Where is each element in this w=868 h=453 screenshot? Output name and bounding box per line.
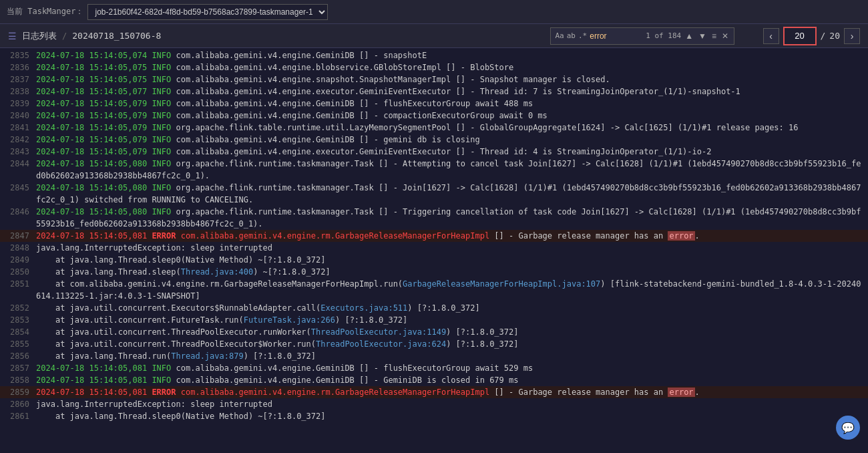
line-content: 2024-07-18 15:14:05,080 INFO org.apache.… [36, 182, 863, 206]
table-row: 2852 at java.util.concurrent.Executors$R… [0, 302, 868, 314]
line-number: 2840 [5, 110, 29, 122]
line-number: 2861 [5, 410, 29, 422]
line-content: 2024-07-18 15:14:05,081 INFO com.alibaba… [36, 362, 863, 374]
table-row: 2851 at com.alibaba.gemini.v4.engine.rm.… [0, 278, 868, 302]
line-content: 2024-07-18 15:14:05,074 INFO com.alibaba… [36, 49, 863, 61]
log-content[interactable]: 28352024-07-18 15:14:05,074 INFO com.ali… [0, 48, 868, 453]
line-number: 2858 [5, 374, 29, 386]
line-content: 2024-07-18 15:14:05,080 INFO org.apache.… [36, 206, 863, 230]
search-next-btn[interactable]: ▼ [697, 31, 708, 41]
table-row: 2849 at java.lang.Thread.sleep0(Native M… [0, 254, 868, 266]
line-number: 2842 [5, 134, 29, 146]
line-number: 2851 [5, 278, 29, 290]
prev-page-btn[interactable]: ‹ [763, 28, 779, 44]
search-options-aa[interactable]: Aa [555, 31, 564, 40]
search-list-btn[interactable]: ≡ [710, 31, 718, 41]
line-number: 2853 [5, 314, 29, 326]
table-row: 28582024-07-18 15:14:05,081 INFO com.ali… [0, 374, 868, 386]
table-row: 28442024-07-18 15:14:05,080 INFO org.apa… [0, 158, 868, 182]
table-row: 28392024-07-18 15:14:05,079 INFO com.ali… [0, 98, 868, 110]
line-number: 2838 [5, 86, 29, 98]
line-content: 2024-07-18 15:14:05,079 INFO com.alibaba… [36, 134, 863, 146]
table-row: 2854 at java.util.concurrent.ThreadPoolE… [0, 326, 868, 338]
line-content: at java.lang.Thread.sleep0(Native Method… [36, 410, 863, 422]
line-content: java.lang.InterruptedException: sleep in… [36, 398, 863, 410]
feedback-button[interactable]: 💬 [836, 416, 860, 440]
line-number: 2849 [5, 254, 29, 266]
table-row: 2848java.lang.InterruptedException: slee… [0, 242, 868, 254]
line-content: 2024-07-18 15:14:05,079 INFO org.apache.… [36, 122, 863, 134]
page-input[interactable] [783, 27, 817, 45]
line-content: at java.util.concurrent.ThreadPoolExecut… [36, 326, 863, 338]
topbar-label: 当前 TaskManger： [7, 6, 83, 17]
table-row: 2861 at java.lang.Thread.sleep0(Native M… [0, 410, 868, 422]
line-number: 2854 [5, 326, 29, 338]
log-list-title: 日志列表 [22, 30, 57, 42]
line-content: at java.util.concurrent.Executors$Runnab… [36, 302, 863, 314]
line-content: 2024-07-18 15:14:05,075 INFO com.alibaba… [36, 61, 863, 73]
log-icon: ☰ [8, 31, 17, 41]
line-number: 2845 [5, 182, 29, 194]
line-number: 2857 [5, 362, 29, 374]
line-number: 2860 [5, 398, 29, 410]
line-content: 2024-07-18 15:14:05,079 INFO com.alibaba… [36, 98, 863, 110]
table-row: 2855 at java.util.concurrent.ThreadPoolE… [0, 338, 868, 350]
line-content: 2024-07-18 15:14:05,079 INFO com.alibaba… [36, 110, 863, 122]
line-content: 2024-07-18 15:14:05,077 INFO com.alibaba… [36, 86, 863, 98]
line-content: java.lang.InterruptedException: sleep in… [36, 242, 863, 254]
page-total: 20 [829, 31, 840, 41]
search-close-btn[interactable]: ✕ [720, 31, 730, 41]
line-content: at java.util.concurrent.ThreadPoolExecut… [36, 338, 863, 350]
table-row: 28362024-07-18 15:14:05,075 INFO com.ali… [0, 61, 868, 73]
line-number: 2835 [5, 49, 29, 61]
line-number: 2846 [5, 206, 29, 218]
line-content: 2024-07-18 15:14:05,081 INFO com.alibaba… [36, 374, 863, 386]
line-number: 2843 [5, 146, 29, 158]
search-bar: Aa ab .* 1 of 184 ▲ ▼ ≡ ✕ [550, 27, 734, 45]
log-header: ☰ 日志列表 / 20240718_150706-8 Aa ab .* 1 of… [0, 24, 868, 48]
table-row: 28462024-07-18 15:14:05,080 INFO org.apa… [0, 206, 868, 230]
table-row: 2860java.lang.InterruptedException: slee… [0, 398, 868, 410]
line-content: at java.util.concurrent.FutureTask.run(F… [36, 314, 863, 326]
search-prev-btn[interactable]: ▲ [684, 31, 694, 41]
search-options-regex[interactable]: .* [578, 31, 587, 40]
line-number: 2855 [5, 338, 29, 350]
table-row: 28592024-07-18 15:14:05,081 ERROR com.al… [0, 386, 868, 398]
breadcrumb-sep: / [62, 31, 67, 41]
log-filename: 20240718_150706-8 [72, 31, 161, 41]
search-match-count: 1 of 184 [646, 31, 681, 40]
line-content: at java.lang.Thread.sleep(Thread.java:40… [36, 266, 863, 278]
line-number: 2847 [5, 230, 29, 242]
line-number: 2856 [5, 350, 29, 362]
pagination: ‹ / 20 › [763, 27, 860, 45]
taskmanager-select[interactable]: job-21b60f42-682d-4f8d-bd59-b7568ac37899… [87, 4, 328, 20]
table-row: 28412024-07-18 15:14:05,079 INFO org.apa… [0, 122, 868, 134]
page-sep: / [821, 31, 826, 41]
line-number: 2844 [5, 158, 29, 170]
line-number: 2837 [5, 73, 29, 86]
table-row: 28472024-07-18 15:14:05,081 ERROR com.al… [0, 230, 868, 242]
line-content: 2024-07-18 15:14:05,080 INFO org.apache.… [36, 158, 863, 182]
table-row: 2853 at java.util.concurrent.FutureTask.… [0, 314, 868, 326]
line-number: 2836 [5, 61, 29, 73]
line-content: 2024-07-18 15:14:05,081 ERROR com.alibab… [36, 230, 863, 242]
line-content: at java.lang.Thread.run(Thread.java:879)… [36, 350, 863, 362]
table-row: 28372024-07-18 15:14:05,075 INFO com.ali… [0, 73, 868, 86]
line-number: 2839 [5, 98, 29, 110]
search-options-ab[interactable]: ab [567, 31, 576, 40]
table-row: 28572024-07-18 15:14:05,081 INFO com.ali… [0, 362, 868, 374]
line-content: 2024-07-18 15:14:05,079 INFO com.alibaba… [36, 146, 863, 158]
line-content: 2024-07-18 15:14:05,075 INFO com.alibaba… [36, 73, 863, 86]
table-row: 28382024-07-18 15:14:05,077 INFO com.ali… [0, 86, 868, 98]
table-row: 28422024-07-18 15:14:05,079 INFO com.ali… [0, 134, 868, 146]
table-row: 2850 at java.lang.Thread.sleep(Thread.ja… [0, 266, 868, 278]
search-input[interactable] [590, 31, 643, 41]
table-row: 28352024-07-18 15:14:05,074 INFO com.ali… [0, 49, 868, 61]
line-number: 2852 [5, 302, 29, 314]
next-page-btn[interactable]: › [844, 28, 860, 44]
table-row: 2856 at java.lang.Thread.run(Thread.java… [0, 350, 868, 362]
line-number: 2850 [5, 266, 29, 278]
table-row: 28402024-07-18 15:14:05,079 INFO com.ali… [0, 110, 868, 122]
top-bar: 当前 TaskManger： job-21b60f42-682d-4f8d-bd… [0, 0, 868, 24]
line-number: 2841 [5, 122, 29, 134]
